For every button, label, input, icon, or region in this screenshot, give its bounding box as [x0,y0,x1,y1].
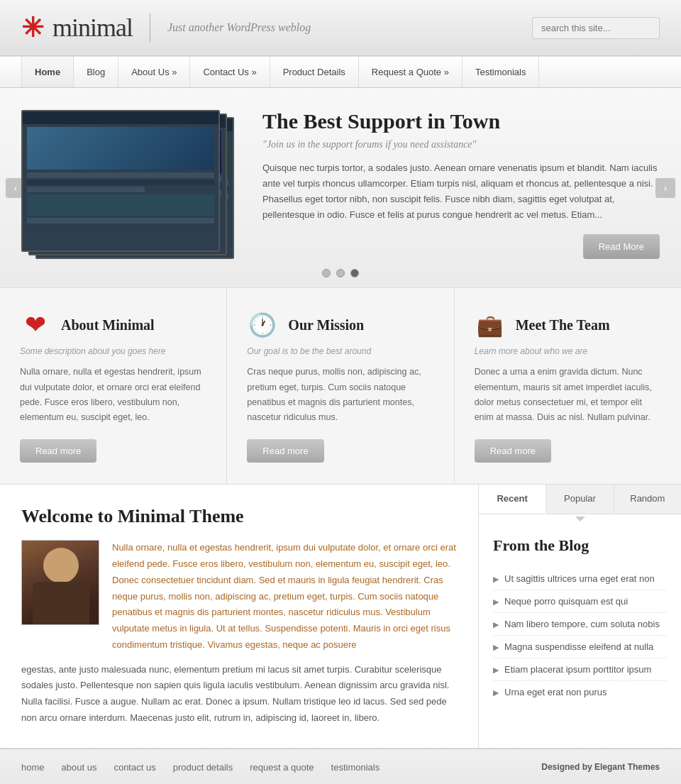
col-mission-body: Cras neque purus, mollis non, adipiscing… [247,365,433,425]
tab-arrow-icon [575,517,585,521]
blog-item-2: ▶ Neque porro quisquam est qui [493,590,667,613]
nav-item-about[interactable]: About Us » [118,57,190,87]
welcome-full-text: egestas, ante justo malesuada nunc, elem… [21,662,457,727]
nav-item-blog[interactable]: Blog [74,57,118,87]
hero-readmore-button[interactable]: Read More [583,234,660,259]
col-team-body: Donec a urna a enim gravida dictum. Nunc… [475,365,661,425]
nav-item-home[interactable]: Home [21,57,74,87]
tab-random[interactable]: Random [614,485,681,514]
footer-link-home[interactable]: home [21,762,45,773]
welcome-title: Welcome to Minimal Theme [21,506,457,527]
slider-next-button[interactable]: › [655,178,675,198]
col-team-subtitle: Learn more about who we are [475,346,661,356]
footer-link-testimonials[interactable]: testimonials [331,762,380,773]
col-mission-title: Our Mission [288,317,364,333]
logo-text: minimal [52,13,133,43]
slide-image-front [21,110,220,252]
footer-links: home about us contact us product details… [21,762,380,773]
hero-content: The Best Support in Town "Join us in the… [262,109,660,259]
blog-item-text-5[interactable]: Etiam placerat ipsum porttitor ipsum [504,664,651,675]
avatar [21,540,99,625]
tagline: Just another WordPress weblog [167,21,311,34]
footer-link-quote[interactable]: request a quote [250,762,314,773]
blog-item-text-1[interactable]: Ut sagittis ultrices urna eget erat non [504,573,655,584]
blog-item-text-6[interactable]: Urna eget erat non purus [504,687,607,697]
blog-item-6: ▶ Urna eget erat non purus [493,681,667,703]
nav-item-quote[interactable]: Request a Quote » [359,57,463,87]
col-mission-subtitle: Our goal is to be the best around [247,346,433,356]
welcome-highlighted-text: Nulla ornare, nulla et egestas hendrerit… [112,542,456,650]
blog-arrow-icon-1: ▶ [493,575,499,584]
welcome-intro-text: Nulla ornare, nulla et egestas hendrerit… [112,540,457,653]
footer-credit-link[interactable]: Elegant Themes [594,762,660,772]
col-team: 💼 Meet The Team Learn more about who we … [455,288,681,484]
col-about-header: ❤ About Minimal [20,309,206,341]
col-about-title: About Minimal [61,317,155,333]
tab-indicator [479,514,681,524]
blog-arrow-icon-3: ▶ [493,620,499,629]
nav-item-contact[interactable]: Contact Us » [190,57,270,87]
tab-popular[interactable]: Popular [546,485,614,514]
footer-link-product[interactable]: product details [173,762,233,773]
heart-icon: ❤ [20,309,51,341]
logo-asterisk-icon: ✳ [21,14,44,41]
blog-arrow-icon-5: ▶ [493,666,499,675]
slider-dot-3[interactable] [350,269,359,277]
col-about-readmore-button[interactable]: Read more [20,439,96,463]
navigation: Home Blog About Us » Contact Us » Produc… [0,56,681,88]
slider-dot-2[interactable] [336,269,345,277]
briefcase-icon: 💼 [475,309,506,341]
blog-item-3: ▶ Nam libero tempore, cum soluta nobis [493,613,667,636]
footer-credit-text: Designed by [541,762,594,772]
col-mission-header: 🕐 Our Mission [247,309,433,341]
nav-item-product[interactable]: Product Details [270,57,359,87]
logo-divider [150,13,150,42]
blog-item-4: ▶ Magna suspendisse eleifend at nulla [493,636,667,658]
col-mission: 🕐 Our Mission Our goal is to be the best… [227,288,454,484]
col-about-subtitle: Some description about you goes here [20,346,206,356]
three-columns: ❤ About Minimal Some description about y… [0,288,681,485]
hero-title: The Best Support in Town [262,109,660,133]
blog-item-text-3[interactable]: Nam libero tempore, cum soluta nobis [504,619,660,629]
blog-arrow-icon-4: ▶ [493,643,499,652]
main-content: Welcome to Minimal Theme Nulla ornare, n… [0,485,479,747]
blog-arrow-icon-6: ▶ [493,688,499,697]
footer-credit: Designed by Elegant Themes [541,762,660,772]
footer-link-contact[interactable]: contact us [114,762,155,773]
col-team-title: Meet The Team [516,317,610,333]
footer: home about us contact us product details… [0,749,681,784]
col-about-body: Nulla ornare, nulla et egestas hendrerit… [20,365,206,425]
col-mission-readmore-button[interactable]: Read more [247,439,323,463]
welcome-body-area: Nulla ornare, nulla et egestas hendrerit… [21,540,457,653]
logo-area: ✳ minimal Just another WordPress weblog [21,13,311,43]
slider-dots [322,269,359,277]
sidebar-tabs: Recent Popular Random [479,485,681,514]
hero-slider: ‹ [0,88,681,288]
footer-link-about[interactable]: about us [62,762,97,773]
blog-title: From the Blog [493,536,667,555]
hero-subtitle: "Join us in the support forums if you ne… [262,139,660,150]
blog-arrow-icon-2: ▶ [493,597,499,607]
hero-images [21,110,234,259]
slider-dot-1[interactable] [322,269,331,277]
main-area: Welcome to Minimal Theme Nulla ornare, n… [0,485,681,748]
col-about: ❤ About Minimal Some description about y… [0,288,227,484]
col-team-readmore-button[interactable]: Read more [475,439,551,463]
blog-item-text-4[interactable]: Magna suspendisse eleifend at nulla [504,641,653,652]
hero-body: Quisque nec turpis tortor, a sodales jus… [262,160,660,223]
blog-item-1: ▶ Ut sagittis ultrices urna eget erat no… [493,568,667,590]
col-team-header: 💼 Meet The Team [475,309,661,341]
clock-icon: 🕐 [247,309,278,341]
header: ✳ minimal Just another WordPress weblog [0,0,681,56]
blog-item-text-2[interactable]: Neque porro quisquam est qui [504,596,628,607]
sidebar: Recent Popular Random From the Blog ▶ Ut… [479,485,681,747]
nav-item-testimonials[interactable]: Testimonials [463,57,540,87]
blog-section: From the Blog ▶ Ut sagittis ultrices urn… [479,524,681,716]
blog-item-5: ▶ Etiam placerat ipsum porttitor ipsum [493,658,667,681]
tab-recent[interactable]: Recent [479,485,546,514]
search-input[interactable] [532,17,660,39]
